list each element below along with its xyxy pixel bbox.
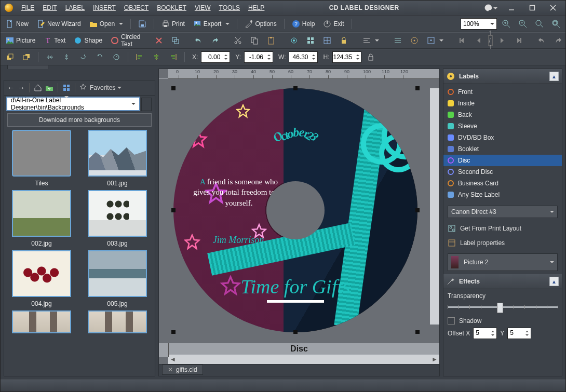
rotate-right-button[interactable] bbox=[92, 51, 107, 63]
rotate-free-button[interactable] bbox=[109, 51, 124, 63]
zoom-fit-button[interactable] bbox=[532, 18, 547, 30]
main-title-text[interactable]: Time for Gifts bbox=[186, 275, 405, 298]
save-button[interactable] bbox=[135, 18, 150, 30]
lock-aspect-button[interactable] bbox=[363, 51, 378, 63]
shadow-checkbox[interactable]: Shadow bbox=[448, 317, 558, 325]
tab-local-disk[interactable]: Local disk bbox=[7, 65, 48, 69]
x-input[interactable]: 0.00 bbox=[201, 51, 230, 63]
undo-small-button[interactable] bbox=[191, 34, 206, 47]
collapse-effects-button[interactable]: ▲ bbox=[549, 277, 559, 286]
zoom-out-button[interactable] bbox=[516, 18, 530, 30]
menu-tools[interactable]: TOOLS bbox=[215, 4, 244, 11]
object-picker[interactable]: Picture 2 bbox=[448, 253, 558, 271]
theme-picker-button[interactable] bbox=[480, 1, 501, 15]
menu-file[interactable]: FILE bbox=[17, 4, 38, 11]
label-row-dvd-bd-box[interactable]: DVD/BD Box bbox=[443, 132, 562, 143]
handle-tm[interactable] bbox=[293, 86, 298, 90]
menu-help[interactable]: HELP bbox=[244, 4, 268, 11]
window-maximize-button[interactable] bbox=[522, 1, 543, 15]
thumbnail-item[interactable] bbox=[8, 310, 75, 333]
duplicate-button[interactable] bbox=[168, 34, 183, 47]
new-wizard-button[interactable]: New Wizard bbox=[34, 18, 84, 30]
last-page-button[interactable] bbox=[511, 34, 526, 47]
align-right-button[interactable] bbox=[166, 51, 180, 63]
get-from-layout-link[interactable]: Get From Print Layout bbox=[443, 221, 562, 236]
author-text[interactable]: Jim Morrison bbox=[199, 235, 277, 246]
view-mode-button[interactable] bbox=[62, 84, 71, 92]
selected-object[interactable]: October 23 A friend is someone who gives… bbox=[173, 88, 417, 332]
label-row-sleeve[interactable]: Sleeve bbox=[443, 120, 562, 132]
zoom-input[interactable]: 100% bbox=[461, 18, 497, 30]
canvas-scroll-v[interactable] bbox=[430, 88, 439, 325]
cddb-button[interactable] bbox=[407, 34, 422, 47]
delete-button[interactable] bbox=[152, 34, 166, 47]
window-close-button[interactable] bbox=[543, 1, 563, 15]
import-tracks-button[interactable] bbox=[424, 34, 447, 47]
nav-back-button[interactable]: ← bbox=[7, 84, 15, 92]
disc-surface[interactable]: October 23 A friend is someone who gives… bbox=[173, 88, 417, 332]
thumbnail-item[interactable]: 001.jpg bbox=[84, 130, 151, 187]
offset-y-input[interactable]: 5 bbox=[507, 328, 531, 339]
tracks-button[interactable] bbox=[390, 34, 405, 47]
grid-button[interactable] bbox=[303, 34, 318, 47]
document-tab[interactable]: ✕gifts.cld bbox=[162, 364, 203, 375]
path-go-button[interactable] bbox=[141, 98, 152, 111]
export-button[interactable]: Export bbox=[190, 18, 233, 30]
menu-edit[interactable]: EDIT bbox=[38, 4, 61, 11]
insert-circled-text-button[interactable]: Circled Text bbox=[107, 34, 143, 47]
copy-button[interactable] bbox=[247, 34, 262, 47]
cut-button[interactable] bbox=[231, 34, 245, 47]
help-button[interactable]: ?Help bbox=[289, 18, 318, 30]
menu-label[interactable]: LABEL bbox=[61, 4, 89, 11]
flip-v-button[interactable] bbox=[59, 51, 74, 63]
prev-page-button[interactable] bbox=[471, 34, 486, 47]
nav-forward-button[interactable]: → bbox=[18, 84, 25, 92]
canvas-scroll-h[interactable]: ◄► bbox=[168, 355, 439, 364]
close-tab-icon[interactable]: ✕ bbox=[168, 366, 173, 373]
favorites-menu[interactable]: Favorites bbox=[90, 84, 122, 91]
effects-section-header[interactable]: Effects ▲ bbox=[443, 274, 562, 289]
handle-mr[interactable] bbox=[415, 208, 420, 212]
quote-text[interactable]: A friend is someone who gives you total … bbox=[192, 177, 286, 208]
redo-button[interactable] bbox=[551, 34, 565, 47]
label-row-inside[interactable]: Inside bbox=[443, 98, 562, 109]
label-row-second-disc[interactable]: Second Disc bbox=[443, 166, 562, 178]
h-input[interactable]: 124.35 bbox=[332, 51, 361, 63]
redo-small-button[interactable] bbox=[208, 34, 222, 47]
undo-button[interactable] bbox=[534, 34, 549, 47]
effects-button[interactable] bbox=[287, 34, 301, 47]
handle-bm[interactable] bbox=[293, 330, 298, 334]
thumbnail-item[interactable]: 003.jpg bbox=[84, 190, 151, 247]
rotate-left-button[interactable] bbox=[76, 51, 90, 63]
insert-picture-button[interactable]: Picture bbox=[3, 34, 38, 47]
insert-shape-button[interactable]: Shape bbox=[71, 34, 105, 47]
menu-insert[interactable]: INSERT bbox=[89, 4, 120, 11]
transparency-slider[interactable] bbox=[448, 302, 558, 312]
flip-h-button[interactable] bbox=[43, 51, 57, 63]
bring-front-button[interactable] bbox=[3, 51, 17, 63]
new-button[interactable]: New bbox=[3, 18, 32, 30]
lock-button[interactable] bbox=[336, 34, 351, 47]
send-back-button[interactable] bbox=[19, 51, 34, 63]
w-input[interactable]: 46.30 bbox=[289, 51, 318, 63]
menu-view[interactable]: VIEW bbox=[191, 4, 215, 11]
label-row-any-size-label[interactable]: Any Size Label bbox=[443, 189, 562, 200]
paste-button[interactable] bbox=[264, 34, 278, 47]
printer-combo[interactable]: Canon Direct #3 bbox=[448, 206, 558, 218]
design-canvas[interactable]: October 23 A friend is someone who gives… bbox=[168, 79, 430, 334]
handle-ml[interactable] bbox=[171, 208, 176, 212]
up-folder-button[interactable] bbox=[45, 84, 53, 92]
guides-button[interactable] bbox=[320, 34, 334, 47]
insert-text-button[interactable]: TText bbox=[41, 34, 69, 47]
thumbnail-item[interactable]: 004.jpg bbox=[8, 250, 75, 307]
print-button[interactable]: Print bbox=[158, 18, 188, 30]
y-input[interactable]: -1.06 bbox=[244, 51, 273, 63]
thumbnail-item[interactable]: 002.jpg bbox=[8, 190, 75, 247]
handle-br[interactable] bbox=[415, 330, 420, 334]
underline-shape[interactable] bbox=[267, 300, 324, 303]
align-center-h-button[interactable] bbox=[149, 51, 164, 63]
handle-tr[interactable] bbox=[415, 86, 420, 90]
zoom-actual-button[interactable] bbox=[549, 18, 563, 30]
arc-text[interactable]: October 23 bbox=[223, 125, 368, 139]
collapse-labels-button[interactable]: ▲ bbox=[549, 72, 559, 81]
